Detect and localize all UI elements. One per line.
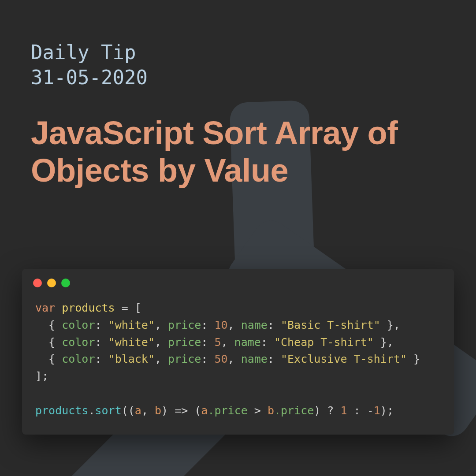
code-op: -: [367, 404, 374, 417]
code-punc: {: [35, 353, 62, 365]
code-number: 1: [340, 404, 347, 417]
code-string: "Basic T-shirt": [281, 319, 380, 331]
code-punc: = [: [115, 301, 141, 314]
code-prop: price: [168, 319, 201, 331]
code-prop: color: [62, 353, 95, 365]
code-punc: }: [407, 353, 420, 365]
page-title: JavaScript Sort Array of Objects by Valu…: [31, 114, 445, 189]
code-prop: price: [168, 353, 201, 365]
code-number: 50: [214, 353, 227, 365]
code-punc: :: [201, 319, 214, 331]
code-param: b: [268, 404, 274, 417]
code-punc: {: [35, 336, 62, 349]
code-punc: ,: [155, 319, 168, 331]
code-punc: :: [95, 353, 108, 365]
code-punc: :: [201, 353, 214, 365]
code-block: var products = [ { color: "white", price…: [22, 292, 454, 419]
code-string: "Cheap T-shirt": [274, 336, 374, 349]
subtitle-label: Daily Tip: [31, 41, 136, 63]
minimize-icon[interactable]: [47, 279, 56, 287]
code-prop: color: [62, 319, 95, 331]
code-punc: ,: [221, 336, 234, 349]
subtitle: Daily Tip 31-05-2020: [31, 40, 445, 90]
code-punc: ) ?: [314, 404, 340, 417]
code-function: sort: [95, 404, 121, 417]
code-prop: color: [62, 336, 95, 349]
code-prop: name: [241, 353, 268, 365]
code-punc: },: [374, 336, 394, 349]
code-punc: {: [35, 319, 62, 331]
code-prop: name: [241, 319, 268, 331]
code-punc: ];: [35, 370, 48, 383]
code-number: 5: [214, 336, 221, 349]
code-string: "white": [108, 319, 155, 331]
code-punc: :: [268, 319, 281, 331]
code-punc: ) => (: [161, 404, 201, 417]
code-number: 1: [374, 404, 380, 417]
content-area: Daily Tip 31-05-2020 JavaScript Sort Arr…: [0, 0, 476, 190]
code-punc: :: [201, 336, 214, 349]
code-punc: :: [95, 336, 108, 349]
code-punc: ,: [155, 353, 168, 365]
code-punc: ,: [228, 319, 241, 331]
window-controls: [22, 269, 454, 292]
code-punc: },: [380, 319, 400, 331]
code-string: "white": [108, 336, 155, 349]
code-prop: name: [234, 336, 261, 349]
code-variable: products: [62, 301, 115, 314]
code-object: products: [35, 404, 88, 417]
code-punc: .: [88, 404, 95, 417]
code-param: b: [155, 404, 161, 417]
code-string: "black": [108, 353, 155, 365]
code-punc: ((: [122, 404, 135, 417]
code-keyword: var: [35, 301, 55, 314]
code-punc: );: [380, 404, 394, 417]
code-op: >: [248, 404, 268, 417]
code-number: 10: [214, 319, 227, 331]
code-punc: ,: [228, 353, 241, 365]
maximize-icon[interactable]: [61, 279, 70, 287]
close-icon[interactable]: [33, 279, 42, 287]
code-prop: .price: [274, 404, 314, 417]
code-string: "Exclusive T-shirt": [281, 353, 407, 365]
code-punc: ,: [155, 336, 168, 349]
code-param: a: [201, 404, 208, 417]
code-prop: price: [168, 336, 201, 349]
code-punc: :: [347, 404, 367, 417]
code-punc: :: [268, 353, 281, 365]
code-prop: .price: [208, 404, 247, 417]
code-window: var products = [ { color: "white", price…: [22, 269, 454, 435]
code-punc: :: [261, 336, 274, 349]
subtitle-date: 31-05-2020: [31, 66, 148, 89]
code-punc: :: [95, 319, 108, 331]
code-param: a: [135, 404, 141, 417]
code-punc: ,: [141, 404, 155, 417]
